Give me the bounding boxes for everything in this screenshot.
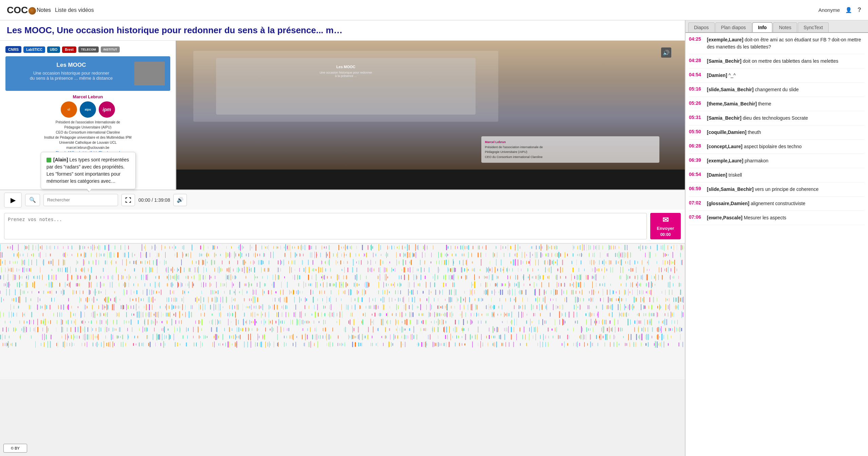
timeline-tick[interactable]: [238, 254, 239, 257]
timeline-tick[interactable]: [535, 289, 536, 296]
timeline-tick[interactable]: [92, 244, 93, 251]
timeline-tick[interactable]: [487, 268, 488, 272]
timeline-tick[interactable]: [42, 245, 43, 250]
timeline-tick[interactable]: [672, 328, 673, 331]
timeline-tick[interactable]: [268, 268, 269, 272]
timeline-tick[interactable]: [282, 320, 282, 323]
timeline-tick[interactable]: [14, 305, 14, 309]
timeline-tick[interactable]: [24, 245, 25, 250]
timeline-tick[interactable]: [575, 321, 576, 323]
timeline-tick[interactable]: [264, 253, 265, 257]
timeline-tick[interactable]: [438, 335, 438, 339]
timeline-tick[interactable]: [464, 343, 465, 345]
timeline-tick[interactable]: [322, 298, 323, 302]
timeline-tick[interactable]: [291, 291, 291, 294]
timeline-tick[interactable]: [84, 319, 84, 325]
timeline-tick[interactable]: [0, 335, 1, 339]
timeline-tick[interactable]: [173, 305, 174, 309]
timeline-tick[interactable]: [278, 267, 279, 272]
timeline-tick[interactable]: [606, 320, 606, 324]
timeline-tick[interactable]: [404, 296, 404, 303]
timeline-tick[interactable]: [175, 312, 176, 317]
timeline-tick[interactable]: [428, 335, 428, 340]
timeline-tick[interactable]: [421, 342, 422, 347]
timeline-tick[interactable]: [134, 336, 135, 338]
timeline-tick[interactable]: [655, 284, 655, 286]
timeline-tick[interactable]: [100, 328, 101, 332]
timeline-tick[interactable]: [201, 254, 202, 256]
timeline-tick[interactable]: [619, 276, 620, 279]
timeline-tick[interactable]: [12, 343, 13, 346]
timeline-tick[interactable]: [267, 275, 268, 279]
timeline-tick[interactable]: [272, 284, 272, 286]
timeline-tick[interactable]: [304, 268, 305, 272]
timeline-tick[interactable]: [22, 276, 22, 278]
timeline-tick[interactable]: [665, 290, 666, 295]
timeline-tick[interactable]: [538, 259, 539, 265]
timeline-tick[interactable]: [40, 267, 40, 272]
timeline-tick[interactable]: [518, 259, 518, 266]
timeline-tick[interactable]: [467, 246, 467, 249]
timeline-tick[interactable]: [182, 304, 183, 310]
timeline-tick[interactable]: [366, 253, 367, 258]
timeline-tick[interactable]: [468, 304, 469, 311]
timeline-tick[interactable]: [362, 245, 363, 250]
timeline-tick[interactable]: [560, 335, 560, 339]
timeline-tick[interactable]: [28, 245, 30, 250]
timeline-tick[interactable]: [62, 267, 62, 272]
timeline-tick[interactable]: [302, 291, 303, 294]
timeline-tick[interactable]: [579, 245, 579, 249]
timeline-tick[interactable]: [680, 298, 681, 301]
timeline-tick[interactable]: [269, 268, 269, 272]
timeline-tick[interactable]: [615, 336, 615, 338]
timeline-tick[interactable]: [289, 266, 290, 273]
timeline-tick[interactable]: [201, 313, 201, 316]
timeline-tick[interactable]: [355, 253, 356, 257]
timeline-tick[interactable]: [659, 321, 659, 324]
timeline-tick[interactable]: [191, 305, 192, 310]
timeline-tick[interactable]: [389, 246, 389, 249]
timeline-tick[interactable]: [301, 245, 301, 250]
timeline-tick[interactable]: [84, 246, 85, 249]
timeline-tick[interactable]: [126, 312, 127, 317]
timeline-tick[interactable]: [593, 327, 593, 332]
timeline-tick[interactable]: [316, 245, 316, 250]
timeline-tick[interactable]: [366, 306, 366, 309]
timeline-tick[interactable]: [622, 328, 623, 332]
timeline-tick[interactable]: [510, 261, 511, 264]
timeline-tick[interactable]: [576, 259, 577, 265]
timeline-tick[interactable]: [414, 297, 415, 303]
timeline-tick[interactable]: [626, 283, 626, 286]
timeline-tick[interactable]: [312, 260, 313, 265]
timeline-tick[interactable]: [249, 320, 250, 325]
timeline-tick[interactable]: [186, 342, 187, 347]
timeline-tick[interactable]: [508, 244, 508, 251]
timeline-tick[interactable]: [107, 304, 108, 310]
timeline-tick[interactable]: [429, 290, 429, 295]
timeline-tick[interactable]: [72, 254, 73, 256]
timeline-tick[interactable]: [605, 334, 606, 340]
timeline-tick[interactable]: [423, 313, 423, 316]
timeline-tick[interactable]: [171, 283, 171, 287]
timeline-tick[interactable]: [454, 267, 455, 272]
timeline-tick[interactable]: [83, 334, 83, 340]
timeline-tick[interactable]: [661, 326, 662, 333]
timeline-tick[interactable]: [611, 305, 611, 310]
timeline-tick[interactable]: [208, 297, 208, 303]
timeline-tick[interactable]: [478, 343, 478, 346]
timeline-tick[interactable]: [274, 341, 274, 348]
timeline-tick[interactable]: [621, 252, 621, 258]
timeline-tick[interactable]: [576, 291, 576, 294]
timeline-tick[interactable]: [322, 245, 322, 249]
search-button[interactable]: 🔍: [25, 194, 40, 206]
timeline-tick[interactable]: [287, 297, 288, 302]
timeline-tick[interactable]: [674, 320, 675, 324]
timeline-tick[interactable]: [629, 260, 630, 265]
timeline-tick[interactable]: [425, 253, 425, 257]
timeline-tick[interactable]: [642, 275, 643, 280]
timeline-tick[interactable]: [159, 321, 159, 323]
timeline-tick[interactable]: [254, 319, 255, 325]
timeline-tick[interactable]: [352, 342, 353, 347]
timeline-tick[interactable]: [496, 246, 497, 249]
timeline-tick[interactable]: [434, 320, 435, 324]
